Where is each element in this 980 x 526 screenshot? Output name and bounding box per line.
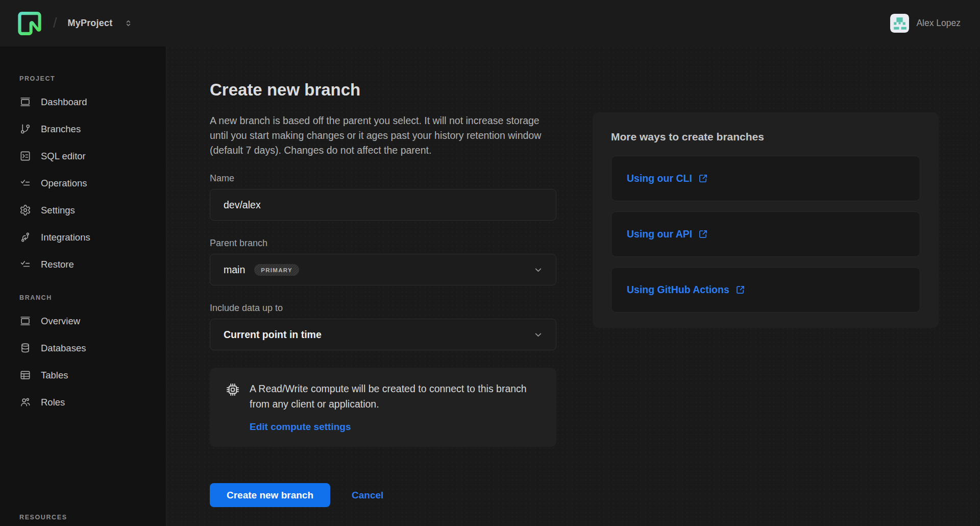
parent-branch-select[interactable]: main PRIMARY (210, 254, 556, 285)
dashboard-icon (19, 96, 31, 108)
project-selector-label[interactable]: MyProject (68, 18, 113, 29)
sidebar-item-sql-editor[interactable]: SQL editor (19, 142, 166, 170)
external-link-icon (698, 173, 708, 184)
main-content: Create new branch A new branch is based … (166, 46, 980, 526)
sidebar-item-label: Branches (41, 124, 81, 135)
branch-name-input[interactable] (210, 189, 556, 221)
primary-badge: PRIMARY (254, 264, 299, 276)
compute-note-card: A Read/Write compute will be created to … (210, 368, 556, 447)
sidebar-item-label: Tables (41, 370, 68, 381)
sidebar-item-settings[interactable]: Settings (19, 197, 166, 224)
sidebar-section-resources: RESOURCES (19, 514, 67, 521)
sidebar-section-project: PROJECT (19, 75, 166, 82)
git-branch-icon (19, 123, 31, 135)
cli-link[interactable]: Using our CLI (627, 173, 708, 184)
sidebar-item-label: SQL editor (41, 151, 86, 162)
cancel-button[interactable]: Cancel (352, 490, 383, 501)
sidebar-item-label: Overview (41, 316, 80, 327)
sidebar-item-label: Integrations (41, 232, 90, 243)
sidebar-item-operations[interactable]: Operations (19, 170, 166, 197)
sidebar-item-label: Operations (41, 178, 87, 189)
sidebar-item-tables[interactable]: Tables (19, 362, 166, 389)
include-data-value: Current point in time (224, 329, 322, 341)
cpu-chip-icon (225, 382, 240, 397)
sidebar-item-roles[interactable]: Roles (19, 389, 166, 416)
api-card[interactable]: Using our API (611, 211, 920, 257)
neon-logo-icon[interactable] (18, 12, 41, 35)
database-icon (19, 342, 31, 354)
sidebar-item-databases[interactable]: Databases (19, 334, 166, 362)
table-icon (19, 369, 31, 381)
page-description: A new branch is based off the parent you… (210, 113, 556, 158)
more-ways-panel: More ways to create branches Using our C… (593, 112, 939, 328)
cli-link-label: Using our CLI (627, 173, 692, 184)
sidebar-item-restore[interactable]: Restore (19, 251, 166, 278)
parent-branch-value: main (224, 264, 245, 276)
external-link-icon (698, 229, 708, 240)
edit-compute-settings-link[interactable]: Edit compute settings (250, 421, 351, 433)
include-data-select[interactable]: Current point in time (210, 319, 556, 350)
github-actions-card[interactable]: Using GitHub Actions (611, 267, 920, 313)
sidebar-item-branches[interactable]: Branches (19, 115, 166, 142)
sidebar-item-label: Databases (41, 343, 86, 354)
github-actions-link-label: Using GitHub Actions (627, 284, 729, 296)
topbar: / MyProject Alex Lopez (0, 0, 980, 46)
cli-card[interactable]: Using our CLI (611, 156, 920, 201)
user-name[interactable]: Alex Lopez (916, 18, 961, 29)
project-unfold-icon[interactable] (124, 19, 133, 28)
compute-note-text: A Read/Write compute will be created to … (250, 381, 541, 412)
avatar[interactable] (890, 14, 909, 33)
checklist-icon (19, 258, 31, 270)
sql-editor-icon (19, 150, 31, 162)
users-icon (19, 396, 31, 408)
breadcrumb-slash: / (53, 15, 57, 31)
parent-branch-label: Parent branch (210, 238, 556, 249)
sidebar-item-dashboard[interactable]: Dashboard (19, 88, 166, 115)
include-data-label: Include data up to (210, 303, 556, 314)
sidebar: PROJECT Dashboard Branches (0, 46, 166, 526)
sidebar-item-label: Restore (41, 259, 74, 270)
sidebar-item-integrations[interactable]: Integrations (19, 224, 166, 251)
sidebar-item-label: Roles (41, 397, 65, 408)
name-label: Name (210, 173, 556, 184)
integrations-icon (19, 231, 31, 243)
chevron-down-icon (533, 265, 544, 275)
app-window: / MyProject Alex Lopez PROJECT (0, 0, 980, 526)
sidebar-item-label: Dashboard (41, 97, 87, 108)
more-ways-title: More ways to create branches (611, 131, 920, 143)
api-link[interactable]: Using our API (627, 228, 708, 240)
external-link-icon (735, 284, 746, 295)
dashboard-icon (19, 315, 31, 327)
create-branch-button[interactable]: Create new branch (210, 483, 330, 507)
sidebar-section-branch: BRANCH (19, 294, 166, 301)
page-title: Create new branch (210, 80, 556, 100)
sidebar-item-overview[interactable]: Overview (19, 307, 166, 334)
api-link-label: Using our API (627, 228, 692, 240)
checklist-icon (19, 177, 31, 189)
gear-icon (19, 204, 31, 216)
sidebar-item-label: Settings (41, 205, 75, 216)
chevron-down-icon (533, 329, 544, 340)
github-actions-link[interactable]: Using GitHub Actions (627, 284, 746, 296)
